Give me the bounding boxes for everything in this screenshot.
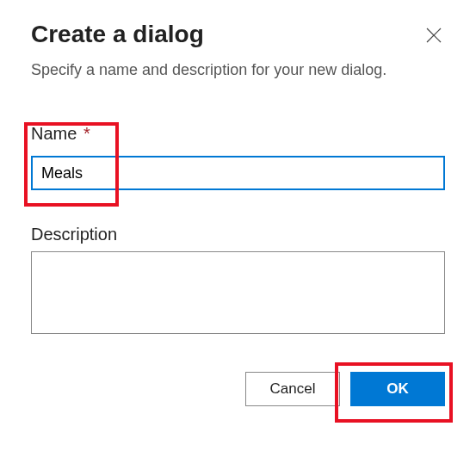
dialog-header: Create a dialog	[31, 21, 445, 49]
name-label: Name *	[31, 124, 90, 144]
dialog-footer: Cancel OK	[31, 372, 445, 406]
create-dialog-modal: Create a dialog Specify a name and descr…	[0, 0, 476, 427]
required-marker: *	[83, 124, 90, 143]
dialog-subtitle: Specify a name and description for your …	[31, 61, 445, 79]
description-label: Description	[31, 225, 445, 244]
dialog-title: Create a dialog	[31, 21, 204, 48]
description-field-group: Description	[31, 225, 445, 337]
description-input[interactable]	[31, 251, 445, 334]
close-icon	[426, 28, 442, 43]
name-input[interactable]	[31, 156, 445, 190]
close-button[interactable]	[423, 24, 445, 49]
name-label-text: Name	[31, 124, 77, 143]
ok-button[interactable]: OK	[350, 372, 445, 406]
name-field-group: Name *	[31, 120, 445, 190]
cancel-button[interactable]: Cancel	[245, 372, 340, 406]
